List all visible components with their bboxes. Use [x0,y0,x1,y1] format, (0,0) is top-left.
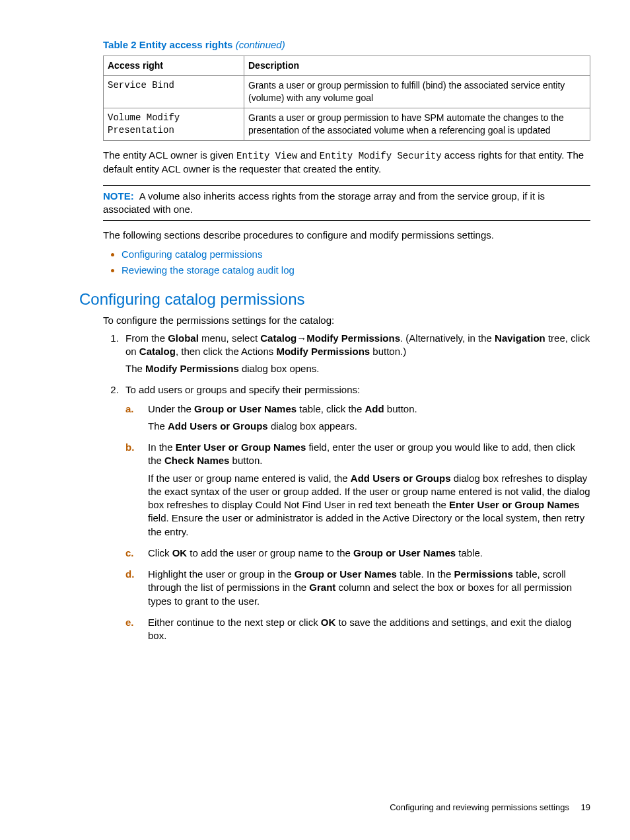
marker-b: b. [125,441,134,454]
text: , then click the Actions [176,346,277,357]
page-footer: Configuring and reviewing permissions se… [390,802,590,814]
cell-desc: Grants a user or group permission to hav… [244,108,590,140]
step-1-result: The Modify Permissions dialog box opens. [125,362,590,375]
text: In the [148,441,176,453]
sub-steps: a. Under the Group or User Names table, … [125,402,590,643]
intro-line: To configure the permissions settings fo… [103,314,590,327]
step-1: From the Global menu, select Catalog→Mod… [122,332,590,376]
text: table. In the [397,568,454,580]
bold: Permissions [454,568,513,580]
text: Under the [148,403,194,414]
step-2a-result: The Add Users or Groups dialog box appea… [148,420,590,433]
text: to add the user or group name to the [187,547,353,558]
link-configuring[interactable]: Configuring catalog permissions [122,248,262,260]
links-list: Configuring catalog permissions Reviewin… [103,248,590,278]
step-2e: e. Either continue to the next step or c… [144,616,590,643]
list-item: Reviewing the storage catalog audit log [122,264,590,277]
text: To add users or groups and specify their… [125,384,360,395]
bold: Global [168,332,199,344]
code-text: Entity Modify Security [320,151,442,161]
text: button.) [370,346,406,357]
th-access-right: Access right [104,56,244,76]
text: field. Ensure the user or administrator … [148,512,584,537]
step-2b-detail: If the user or group name entered is val… [148,472,590,539]
bold: Enter User or Group Names [449,499,580,510]
bold: Add Users or Groups [351,473,451,484]
cell-access: Service Bind [104,76,244,108]
code-text: Entity View [236,151,297,161]
text: table. [456,547,483,558]
table-caption: Table 2 Entity access rights (continued) [103,38,590,52]
text: button. [229,455,262,466]
caption-text: Table 2 Entity access rights [103,39,236,50]
text: dialog box appears. [268,420,357,432]
bold: OK [321,617,336,628]
access-rights-table: Access right Description Service Bind Gr… [103,56,590,140]
text: Either continue to the next step or clic… [148,617,321,628]
bold: OK [172,547,188,558]
step-2a: a. Under the Group or User Names table, … [144,402,590,434]
bold: Modify Permissions [276,346,370,357]
marker-c: c. [125,547,134,560]
bold: Enter User or Group Names [176,441,306,453]
step-2: To add users or groups and specify their… [122,383,590,642]
main-steps: From the Global menu, select Catalog→Mod… [103,332,590,643]
text: . (Alternatively, in the [400,332,495,344]
caption-continued: (continued) [236,39,285,50]
link-reviewing[interactable]: Reviewing the storage catalog audit log [122,264,295,276]
text: The [148,420,168,432]
note-text: A volume also inherits access rights fro… [103,190,545,215]
text: The entity ACL owner is given [103,149,236,161]
bold: Catalog [260,332,297,344]
marker-d: d. [125,568,134,581]
bold: Check Names [164,455,229,466]
text: From the [125,332,168,344]
text: button. [384,403,417,414]
note-block: NOTE:A volume also inherits access right… [103,185,590,221]
paragraph-following: The following sections describe procedur… [103,229,590,242]
table-row: Service Bind Grants a user or group perm… [104,76,590,108]
text: If the user or group name entered is val… [148,473,351,484]
table-row: Volume Modify Presentation Grants a user… [104,108,590,140]
step-2b: b. In the Enter User or Group Names fiel… [144,441,590,539]
bold: Group or User Names [194,403,297,414]
bold: Group or User Names [353,547,456,558]
marker-a: a. [125,402,134,416]
arrow-icon: → [297,332,306,344]
bold: Modify Permissions [145,363,239,374]
bold: Modify Permissions [306,332,400,344]
bold: Catalog [139,346,176,357]
cell-access: Volume Modify Presentation [104,108,244,140]
text: menu, select [199,332,260,344]
bold: Grant [309,582,335,593]
step-2d: d. Highlight the user or group in the Gr… [144,568,590,608]
footer-text: Configuring and reviewing permissions se… [390,802,569,812]
bold: Add Users or Groups [168,420,268,432]
marker-e: e. [125,616,134,629]
th-description: Description [244,56,590,76]
page-number: 19 [581,802,590,812]
bold: Navigation [495,332,545,344]
note-label: NOTE: [103,190,134,202]
text: The [125,363,145,374]
list-item: Configuring catalog permissions [122,248,590,261]
text: dialog box opens. [239,363,320,374]
bold: Add [365,403,384,414]
section-heading: Configuring catalog permissions [79,289,590,310]
text: Click [148,547,172,558]
text: Highlight the user or group in the [148,568,295,580]
step-2c: c. Click OK to add the user or group nam… [144,547,590,560]
text: and [297,149,319,161]
bold: Group or User Names [295,568,397,580]
text: table, click the [297,403,365,414]
cell-desc: Grants a user or group permission to ful… [244,76,590,108]
paragraph-owner: The entity ACL owner is given Entity Vie… [103,149,590,176]
